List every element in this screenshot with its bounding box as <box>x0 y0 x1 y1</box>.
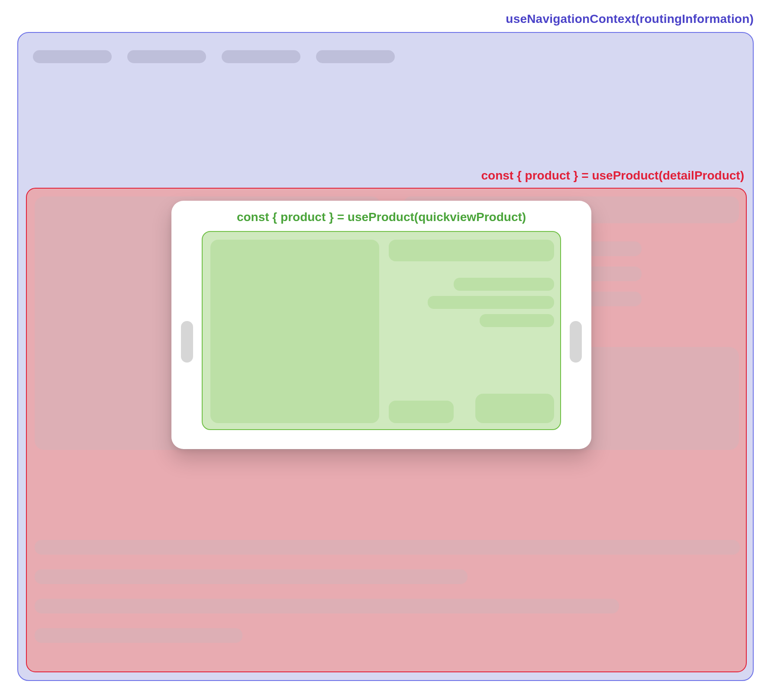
quickview-button-placeholder <box>389 401 454 423</box>
carousel-prev-handle[interactable] <box>181 321 193 363</box>
paragraph-line-placeholder <box>35 569 468 584</box>
quickview-product-box <box>202 231 561 430</box>
quickview-line-placeholder <box>454 278 554 291</box>
quickview-button-placeholder <box>475 394 554 423</box>
nav-item-placeholder <box>316 50 395 63</box>
carousel-next-handle[interactable] <box>570 321 582 363</box>
navigation-context-label: useNavigationContext(routingInformation) <box>506 12 754 26</box>
detail-product-label: const { product } = useProduct(detailPro… <box>481 169 744 183</box>
quickview-card: const { product } = useProduct(quickview… <box>171 201 591 449</box>
nav-item-placeholder <box>33 50 112 63</box>
quickview-image-placeholder <box>210 240 379 423</box>
nav-item-placeholder <box>127 50 206 63</box>
paragraph-line-placeholder <box>35 599 619 613</box>
paragraph-line-placeholder <box>35 540 740 555</box>
nav-item-placeholder <box>222 50 300 63</box>
quickview-line-placeholder <box>480 314 554 327</box>
paragraph-line-placeholder <box>35 628 242 643</box>
nav-bar <box>33 50 395 63</box>
quickview-title-placeholder <box>389 240 554 261</box>
quickview-product-label: const { product } = useProduct(quickview… <box>171 210 591 224</box>
quickview-line-placeholder <box>428 296 554 309</box>
